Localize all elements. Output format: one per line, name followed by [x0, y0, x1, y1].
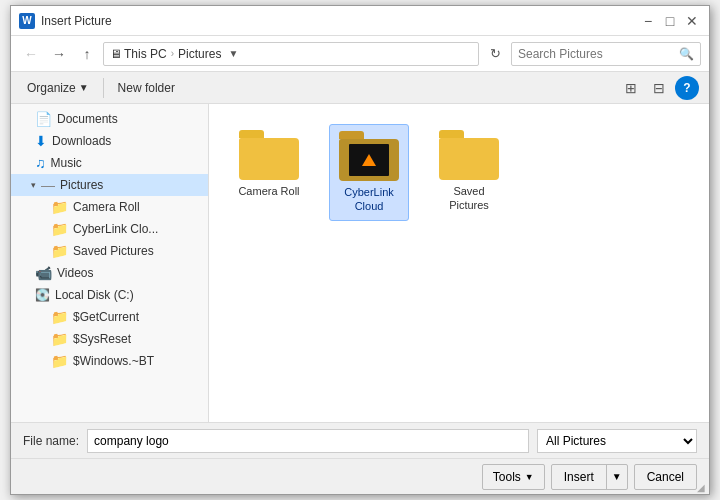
sidebar-label-downloads: Downloads: [52, 134, 111, 148]
sidebar-label-pictures: Pictures: [60, 178, 103, 192]
sidebar-item-pictures[interactable]: ▾ — Pictures: [11, 174, 208, 196]
cyberlink-icon: 📁: [51, 221, 68, 237]
app-icon: W: [19, 13, 35, 29]
sidebar-item-sgetcurrent[interactable]: 📁 $GetCurrent: [11, 306, 208, 328]
insert-label[interactable]: Insert: [552, 465, 607, 489]
folder-camera-roll-icon: [239, 130, 299, 180]
sidebar-item-saved-pictures[interactable]: 📁 Saved Pictures: [11, 240, 208, 262]
swindows-icon: 📁: [51, 353, 68, 369]
breadcrumb-sep: ›: [171, 48, 174, 59]
sidebar-label-cyberlink: CyberLink Clo...: [73, 222, 158, 236]
pictures-icon: —: [41, 177, 55, 193]
forward-button[interactable]: →: [47, 42, 71, 66]
breadcrumb-pictures: Pictures: [178, 47, 221, 61]
new-folder-label: New folder: [118, 81, 175, 95]
sidebar-label-ssysreset: $SysReset: [73, 332, 131, 346]
sidebar-label-sgetcurrent: $GetCurrent: [73, 310, 139, 324]
breadcrumb-dropdown-button[interactable]: ▼: [225, 46, 241, 62]
organize-dropdown-icon: ▼: [79, 82, 89, 93]
sidebar-item-music[interactable]: ♫ Music: [11, 152, 208, 174]
organize-label: Organize: [27, 81, 76, 95]
search-bar: 🔍: [511, 42, 701, 66]
action-bar: Tools ▼ Insert ▼ Cancel: [11, 458, 709, 494]
filename-bar: File name: All Pictures JPEG PNG BMP GIF…: [11, 422, 709, 458]
refresh-button[interactable]: ↻: [483, 42, 507, 66]
sidebar-item-cyberlink[interactable]: 📁 CyberLink Clo...: [11, 218, 208, 240]
folder-camera-roll[interactable]: Camera Roll: [229, 124, 309, 221]
folder-saved-pictures-icon: [439, 130, 499, 180]
folder-saved-pictures-label: Saved Pictures: [435, 184, 503, 213]
tools-dropdown-icon: ▼: [525, 472, 534, 482]
music-icon: ♫: [35, 155, 46, 171]
sidebar-item-videos[interactable]: 📹 Videos: [11, 262, 208, 284]
breadcrumb-pictures-label: Pictures: [178, 47, 221, 61]
filename-input[interactable]: [87, 429, 529, 453]
tools-button[interactable]: Tools ▼: [482, 464, 545, 490]
help-button[interactable]: ?: [675, 76, 699, 100]
videos-icon: 📹: [35, 265, 52, 281]
sidebar-label-saved-pictures: Saved Pictures: [73, 244, 154, 258]
sidebar-label-videos: Videos: [57, 266, 93, 280]
sidebar-label-camera-roll: Camera Roll: [73, 200, 140, 214]
cancel-button[interactable]: Cancel: [634, 464, 697, 490]
sgetcurrent-icon: 📁: [51, 309, 68, 325]
downloads-icon: ⬇: [35, 133, 47, 149]
sidebar-item-swindows[interactable]: 📁 $Windows.~BT: [11, 350, 208, 372]
nav-bar: ← → ↑ 🖥 This PC › Pictures ▼ ↻ 🔍: [11, 36, 709, 72]
maximize-button[interactable]: □: [661, 12, 679, 30]
minimize-button[interactable]: −: [639, 12, 657, 30]
view-toggle-button[interactable]: ⊞: [619, 76, 643, 100]
sidebar-label-documents: Documents: [57, 112, 118, 126]
search-icon: 🔍: [679, 47, 694, 61]
toolbar: Organize ▼ New folder ⊞ ⊟ ?: [11, 72, 709, 104]
sidebar-label-local-disk: Local Disk (C:): [55, 288, 134, 302]
dialog-title: Insert Picture: [41, 14, 639, 28]
insert-button-group[interactable]: Insert ▼: [551, 464, 628, 490]
folder-camera-roll-label: Camera Roll: [238, 184, 299, 198]
sidebar-item-downloads[interactable]: ⬇ Downloads: [11, 130, 208, 152]
sidebar-item-ssysreset[interactable]: 📁 $SysReset: [11, 328, 208, 350]
tools-label: Tools: [493, 470, 521, 484]
folder-cyberlink-cloud[interactable]: CyberLink Cloud: [329, 124, 409, 221]
folder-cyberlink-label: CyberLink Cloud: [336, 185, 402, 214]
file-area: Camera Roll CyberLink Cloud: [209, 104, 709, 422]
ssysreset-icon: 📁: [51, 331, 68, 347]
local-disk-icon: 💽: [35, 288, 50, 302]
folder-saved-pictures[interactable]: Saved Pictures: [429, 124, 509, 221]
sidebar-label-music: Music: [51, 156, 82, 170]
toolbar-separator: [103, 78, 104, 98]
sidebar-label-swindows: $Windows.~BT: [73, 354, 154, 368]
filename-label: File name:: [23, 434, 79, 448]
sidebar-item-camera-roll[interactable]: 📁 Camera Roll: [11, 196, 208, 218]
documents-icon: 📄: [35, 111, 52, 127]
window-controls: − □ ✕: [639, 12, 701, 30]
new-folder-button[interactable]: New folder: [112, 78, 181, 98]
insert-dropdown-icon[interactable]: ▼: [607, 465, 627, 489]
resize-handle[interactable]: ◢: [697, 482, 707, 492]
breadcrumb-pc-label: This PC: [124, 47, 167, 61]
pc-icon: 🖥: [110, 47, 122, 61]
organize-button[interactable]: Organize ▼: [21, 78, 95, 98]
sidebar: 📄 Documents ⬇ Downloads ♫ Music ▾ — Pict…: [11, 104, 209, 422]
preview-pane-button[interactable]: ⊟: [647, 76, 671, 100]
sidebar-item-local-disk[interactable]: 💽 Local Disk (C:): [11, 284, 208, 306]
camera-roll-icon: 📁: [51, 199, 68, 215]
up-button[interactable]: ↑: [75, 42, 99, 66]
pictures-expand-icon: ▾: [31, 180, 36, 190]
breadcrumb-pc: 🖥 This PC: [110, 47, 167, 61]
title-bar: W Insert Picture − □ ✕: [11, 6, 709, 36]
search-input[interactable]: [518, 47, 679, 61]
toolbar-right: ⊞ ⊟ ?: [619, 76, 699, 100]
file-type-select[interactable]: All Pictures JPEG PNG BMP GIF TIFF: [537, 429, 697, 453]
main-content: 📄 Documents ⬇ Downloads ♫ Music ▾ — Pict…: [11, 104, 709, 422]
sidebar-item-documents[interactable]: 📄 Documents: [11, 108, 208, 130]
back-button[interactable]: ←: [19, 42, 43, 66]
folder-cyberlink-icon: [339, 131, 399, 181]
close-button[interactable]: ✕: [683, 12, 701, 30]
breadcrumb[interactable]: 🖥 This PC › Pictures ▼: [103, 42, 479, 66]
saved-pictures-icon: 📁: [51, 243, 68, 259]
